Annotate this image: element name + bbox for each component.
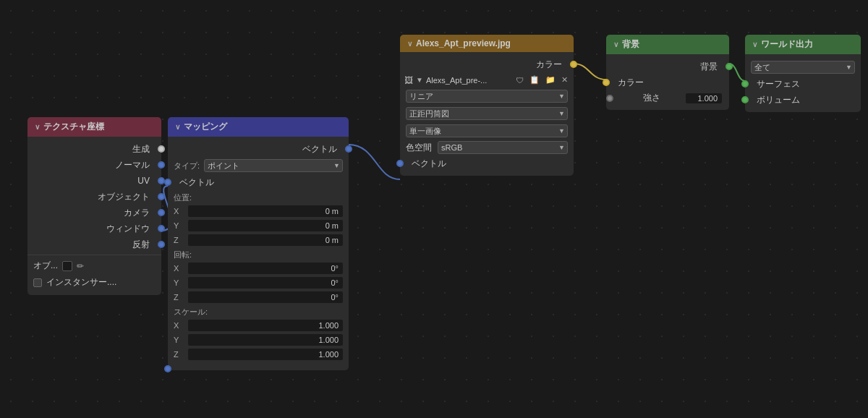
output-label-camera: カメラ [124, 207, 150, 219]
output-row-uv: UV [27, 173, 161, 189]
all-select[interactable]: 全て [751, 61, 855, 74]
projection-select[interactable]: 正距円筒図 [406, 107, 568, 120]
colorspace-label: 色空間 [406, 142, 432, 154]
pos-x-input[interactable] [188, 205, 343, 217]
output-row-vector: ベクトル [168, 141, 349, 157]
scale-x-label: X [174, 321, 188, 330]
dropdown-arrow-icon: ▼ [416, 76, 423, 84]
input-label-color-bg: カラー [618, 77, 644, 89]
mode-select[interactable]: 単一画像 [406, 124, 568, 137]
scale-z-row: Z [168, 347, 349, 362]
pos-y-input[interactable] [188, 220, 343, 231]
rot-y-input[interactable] [188, 277, 343, 289]
texture-coord-header[interactable]: ∨ テクスチャ座標 [27, 117, 161, 137]
scale-x-input[interactable] [188, 320, 343, 331]
copy-icon[interactable]: 📋 [528, 74, 541, 85]
scale-y-input[interactable] [188, 334, 343, 346]
background-body: 背景 カラー 強さ 1.000 [606, 54, 729, 110]
output-row-object: オブジェクト [27, 189, 161, 205]
image-title: Alexs_Apt_preview.jpg [416, 38, 511, 48]
texture-coord-node: ∨ テクスチャ座標 生成 ノーマル UV オブジェクト カメラ ウィンドウ 反射 [27, 117, 161, 295]
mapping-body: ベクトル タイプ: ポイント ▼ ベクトル 位置: X Y [168, 137, 349, 370]
type-row: タイプ: ポイント ▼ [168, 157, 349, 174]
socket-vector-in-image[interactable] [396, 160, 404, 167]
linear-row: リニア ▼ [400, 88, 574, 105]
socket-normal-out[interactable] [158, 161, 165, 169]
rotation-x-row: X [168, 261, 349, 276]
output-label-object: オブジェクト [98, 191, 150, 203]
linear-select-wrapper: リニア ▼ [406, 90, 568, 103]
projection-select-wrapper: 正距円筒図 ▼ [406, 107, 568, 120]
socket-reflection-out[interactable] [158, 241, 165, 248]
projection-row: 正距円筒図 ▼ [400, 105, 574, 122]
linear-select[interactable]: リニア [406, 90, 568, 103]
input-row-volume: ボリューム [745, 92, 861, 108]
socket-bg-out[interactable] [726, 63, 733, 70]
scale-y-row: Y [168, 333, 349, 347]
scale-z-input[interactable] [188, 349, 343, 360]
rot-x-input[interactable] [188, 263, 343, 274]
instancer-checkbox[interactable] [33, 278, 42, 287]
output-label-reflection: 反射 [132, 239, 150, 251]
collapse-arrow-bg: ∨ [613, 40, 618, 48]
socket-bottom-in[interactable] [164, 365, 171, 372]
object-button[interactable] [62, 261, 72, 271]
position-z-row: Z [168, 233, 349, 247]
background-node: ∨ 背景 背景 カラー 強さ 1.000 [606, 35, 729, 110]
socket-strength-in[interactable] [606, 95, 613, 102]
background-header[interactable]: ∨ 背景 [606, 35, 729, 54]
socket-camera-out[interactable] [158, 209, 165, 216]
shield-icon[interactable]: 🛡 [514, 75, 525, 85]
output-row-generate: 生成 [27, 141, 161, 157]
mapping-header[interactable]: ∨ マッピング [168, 117, 349, 137]
strength-label: 強さ [643, 92, 660, 104]
output-row-camera: カメラ [27, 205, 161, 221]
output-row-color: カラー [400, 56, 574, 72]
type-label: タイプ: [174, 161, 200, 171]
output-label-vector: ベクトル [302, 143, 337, 155]
output-row-reflection: 反射 [27, 236, 161, 252]
folder-icon[interactable]: 📁 [544, 74, 557, 85]
input-label-surface: サーフェス [757, 78, 800, 90]
scale-z-label: Z [174, 350, 188, 359]
socket-object-out[interactable] [158, 193, 165, 200]
close-icon[interactable]: ✕ [560, 74, 569, 85]
output-label-color: カラー [536, 59, 562, 71]
input-label-vector: ベクトル [179, 176, 214, 189]
rot-y-label: Y [174, 278, 188, 287]
world-output-node: ∨ ワールド出力 全て ▼ サーフェス ボリューム [745, 35, 861, 112]
pos-z-input[interactable] [188, 234, 343, 246]
image-node: ∨ Alexs_Apt_preview.jpg カラー 🖼 ▼ Alexs_Ap… [400, 35, 574, 176]
socket-generate-out[interactable] [158, 145, 165, 153]
input-row-surface: サーフェス [745, 76, 861, 92]
eyedropper-icon[interactable]: ✏ [77, 261, 84, 271]
world-output-header[interactable]: ∨ ワールド出力 [745, 35, 861, 54]
socket-surface-in[interactable] [741, 80, 749, 88]
image-filename: Alexs_Apt_pre-... [426, 76, 511, 85]
input-row-vector-image: ベクトル [400, 155, 574, 171]
mode-select-wrapper: 単一画像 ▼ [406, 124, 568, 137]
output-label-window: ウィンドウ [106, 223, 150, 235]
socket-vector-out[interactable] [345, 145, 352, 153]
type-select-wrapper: ポイント ▼ [204, 159, 343, 172]
instancer-label: インスタンサー.... [46, 276, 116, 289]
socket-window-out[interactable] [158, 225, 165, 232]
socket-volume-in[interactable] [741, 96, 749, 103]
scale-section: スケール: [168, 304, 349, 318]
strength-value[interactable]: 1.000 [686, 93, 722, 103]
object-label: オブ... [33, 260, 58, 272]
type-select[interactable]: ポイント [204, 159, 343, 172]
image-header[interactable]: ∨ Alexs_Apt_preview.jpg [400, 35, 574, 52]
input-label-volume: ボリューム [757, 94, 800, 106]
scale-x-row: X [168, 318, 349, 333]
socket-color-out[interactable] [570, 61, 577, 68]
rot-z-input[interactable] [188, 291, 343, 303]
pos-y-label: Y [174, 221, 188, 230]
colorspace-select-wrapper: sRGB ▼ [438, 141, 568, 154]
socket-vector-in[interactable] [164, 179, 171, 186]
position-section: 位置: [168, 190, 349, 204]
rotation-section: 回転: [168, 247, 349, 261]
socket-color-in-bg[interactable] [603, 79, 610, 86]
colorspace-select[interactable]: sRGB [438, 141, 568, 154]
output-label-normal: ノーマル [115, 159, 150, 171]
